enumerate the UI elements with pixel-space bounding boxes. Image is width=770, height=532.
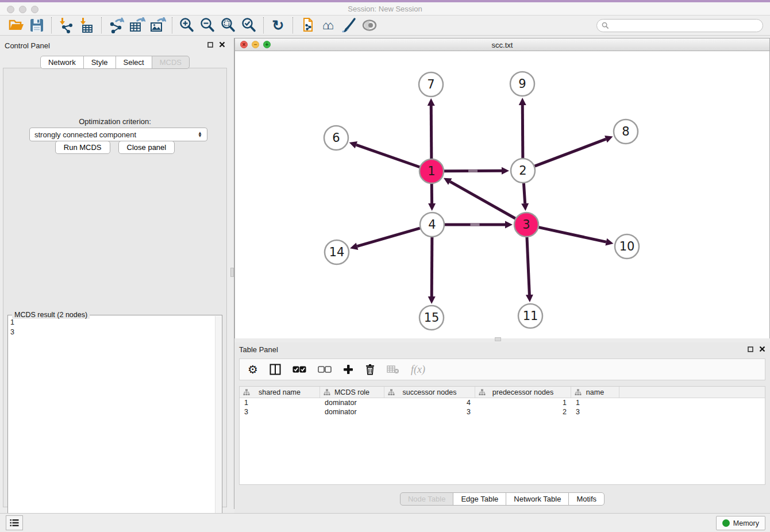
tab-select[interactable]: Select [116, 56, 152, 69]
task-history-button[interactable] [6, 515, 23, 530]
status-bar: Memory [0, 513, 770, 532]
edge-3-1[interactable] [450, 182, 515, 218]
export-network-icon[interactable] [106, 17, 126, 34]
control-panel-title: Control Panel [5, 41, 50, 50]
run-mcds-button[interactable]: Run MCDS [55, 141, 110, 154]
node-label-7: 7 [427, 78, 434, 91]
column-header-name[interactable]: name [571, 387, 619, 398]
export-image-icon[interactable] [147, 17, 168, 34]
close-table-panel-icon[interactable] [759, 346, 765, 352]
edge-2-3[interactable] [523, 183, 525, 203]
column-tree-icon [388, 389, 395, 396]
column-label: name [586, 388, 604, 396]
node-label-9: 9 [518, 77, 526, 91]
edge-4-14[interactable] [357, 228, 420, 246]
panel-splitter-horizontal[interactable] [495, 337, 501, 341]
panel-splitter-vertical[interactable] [230, 38, 234, 509]
node-table[interactable]: shared nameMCDS rolesuccessor nodesprede… [239, 386, 765, 485]
toolbar-separator [292, 17, 293, 33]
memory-label: Memory [733, 519, 759, 527]
table-row[interactable]: 1dominator411 [240, 398, 765, 407]
search-icon [602, 22, 609, 29]
refresh-icon[interactable]: ↻ [268, 17, 288, 34]
tab-network-table[interactable]: Network Table [506, 492, 569, 506]
zoom-fit-icon[interactable] [218, 17, 238, 34]
table-tabs: Node TableEdge TableNetwork TableMotifs [234, 492, 770, 506]
columns-icon[interactable] [270, 364, 281, 375]
cell: 1 [240, 398, 320, 407]
column-header-successor-nodes[interactable]: successor nodes [384, 387, 475, 398]
search-input[interactable] [609, 22, 763, 30]
eye-icon[interactable] [359, 17, 380, 34]
tab-motifs[interactable]: Motifs [568, 492, 605, 506]
column-header-shared-name[interactable]: shared name [240, 387, 320, 398]
splitter-handle[interactable] [230, 268, 234, 277]
node-label-4: 4 [428, 218, 436, 232]
node-label-8: 8 [622, 125, 629, 138]
arrowhead-2-9 [519, 98, 526, 105]
titlebar-accent [0, 0, 770, 2]
cell: 2 [475, 407, 571, 417]
table-panel: Table Panel ⚙ [234, 342, 770, 513]
save-session-icon[interactable] [26, 17, 47, 34]
edge-3-10[interactable] [538, 228, 606, 242]
home-icon[interactable]: ⌂⌂ [318, 17, 338, 34]
network-canvas[interactable]: 7968124314101511 [235, 51, 769, 338]
import-table-icon[interactable] [76, 17, 97, 34]
edge-3-11[interactable] [527, 237, 529, 295]
add-icon[interactable] [343, 364, 353, 375]
cell: 3 [571, 407, 619, 417]
delete-icon[interactable] [365, 364, 375, 375]
column-header-predecessor-nodes[interactable]: predecessor nodes [475, 387, 571, 398]
export-table-icon[interactable] [126, 17, 147, 34]
edge-label-mark [471, 223, 480, 226]
column-tree-icon [479, 389, 486, 396]
toolbar-separator [101, 17, 102, 33]
tab-style[interactable]: Style [83, 56, 116, 69]
arrowhead-3-11 [526, 295, 533, 302]
column-header-MCDS-role[interactable]: MCDS role [320, 387, 384, 398]
close-panel-icon[interactable] [219, 41, 225, 48]
edge-1-6[interactable] [356, 145, 419, 167]
edge-4-15[interactable] [432, 237, 432, 296]
tab-network[interactable]: Network [40, 56, 84, 69]
table-row[interactable]: 3dominator323 [240, 407, 765, 417]
close-panel-button[interactable]: Close panel [118, 141, 175, 154]
mcds-result-list: 1 3 [10, 318, 214, 531]
tab-node-table[interactable]: Node Table [400, 492, 454, 506]
memory-button[interactable]: Memory [716, 516, 765, 530]
zoom-out-icon[interactable] [197, 17, 218, 34]
network-window-titlebar[interactable]: × – + scc.txt [235, 38, 769, 51]
open-session-icon[interactable] [6, 17, 26, 34]
float-table-panel-icon[interactable] [748, 346, 753, 352]
optimization-criterion-select[interactable]: strongly connected component ▲▼ [29, 128, 207, 141]
cell: 3 [384, 407, 475, 417]
table-destroy-icon [387, 365, 399, 374]
zoom-selected-icon[interactable] [238, 17, 259, 34]
float-panel-icon[interactable] [207, 42, 213, 48]
style-brush-icon[interactable] [338, 17, 359, 34]
column-tree-icon [324, 389, 330, 396]
arrowhead-4-14 [350, 242, 358, 249]
table-header-row: shared nameMCDS rolesuccessor nodesprede… [240, 387, 765, 398]
toolbar-separator [263, 17, 264, 33]
import-network-icon[interactable] [56, 17, 76, 34]
node-label-1: 1 [428, 164, 435, 178]
node-label-11: 11 [523, 309, 538, 323]
arrowhead-2-3 [521, 203, 529, 211]
tab-mcds[interactable]: MCDS [152, 56, 190, 69]
result-scrollbar[interactable] [215, 316, 221, 532]
node-label-6: 6 [332, 131, 340, 145]
deselect-all-icon[interactable] [318, 366, 332, 373]
gear-icon[interactable]: ⚙ [248, 363, 258, 376]
column-label: shared name [259, 388, 301, 396]
select-all-icon[interactable] [292, 366, 306, 373]
clone-network-icon[interactable] [297, 17, 318, 34]
table-body: 1dominator4113dominator323 [240, 398, 765, 417]
edge-2-8[interactable] [535, 139, 606, 166]
table-toolbar: ⚙ [239, 358, 765, 380]
edge-1-7[interactable] [431, 106, 432, 159]
zoom-in-icon[interactable] [176, 17, 197, 34]
edge-2-9[interactable] [522, 105, 523, 158]
tab-edge-table[interactable]: Edge Table [453, 492, 506, 506]
